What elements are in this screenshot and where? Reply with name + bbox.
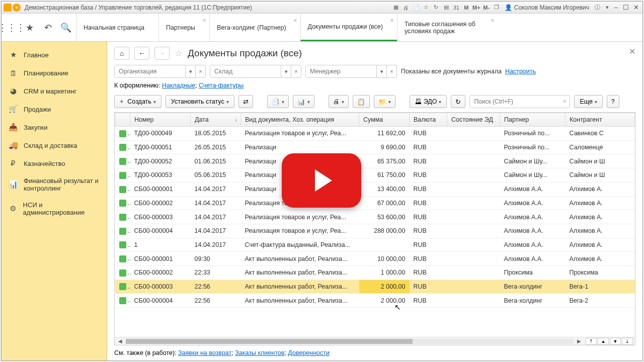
table-row[interactable]: СБ00-00000314.04.2017Реализация товаров … — [115, 210, 635, 224]
table-row[interactable]: 114.04.2017Счет-фактура выданный, Реализ… — [115, 238, 635, 252]
orders-link[interactable]: Заказы клиентов — [235, 349, 284, 356]
table-row[interactable]: СБ00-00000422:56Акт выполненных работ, Р… — [115, 294, 635, 308]
sidebar-item[interactable]: 🗓Планирование — [2, 64, 107, 82]
sidebar-item[interactable]: 🚚Склад и доставка — [2, 136, 107, 154]
back-button[interactable]: ← — [134, 47, 149, 60]
table-row[interactable]: СБ00-00000322:56Акт выполненных работ, Р… — [115, 280, 635, 294]
folder-button[interactable]: 📁▾ — [374, 95, 395, 108]
table-row[interactable]: СБ00-00000222:33Акт выполненных работ, Р… — [115, 266, 635, 280]
doc-icon[interactable]: 📄 — [412, 4, 420, 12]
edo-button[interactable]: 🗳 ЭДО▾ — [410, 95, 447, 108]
history-icon[interactable]: ↶ — [42, 22, 54, 34]
window-icon[interactable]: ❐ — [493, 4, 501, 12]
print-button[interactable]: 🖨▾ — [329, 95, 349, 108]
toolbar-icon[interactable]: ▦ — [392, 4, 400, 12]
manager-clear[interactable]: × — [386, 65, 396, 77]
more-button[interactable]: Еще▾ — [574, 95, 602, 108]
search-input[interactable] — [470, 96, 559, 108]
manager-dropdown[interactable]: ▾ — [376, 65, 386, 77]
scroll-right[interactable]: ▶ — [576, 338, 583, 344]
tab[interactable]: Партнеры× — [158, 14, 209, 41]
table-row[interactable]: ТД00-00005201.06.2015Реализаци65 375,00R… — [115, 154, 635, 168]
manager-filter[interactable] — [306, 65, 376, 77]
favorite-star-icon[interactable]: ☆ — [175, 48, 183, 59]
sidebar-item[interactable]: ◕CRM и маркетинг — [2, 82, 107, 100]
dropdown-icon[interactable]: ▾ — [603, 4, 611, 12]
sidebar-item[interactable]: ★Главное — [2, 46, 107, 64]
bills-link[interactable]: Счета-фактуры — [199, 82, 244, 89]
column-header[interactable]: Дата↓ — [191, 113, 241, 127]
tab[interactable]: Вега-холдинг (Партнер)× — [209, 14, 300, 41]
table-row[interactable]: СБ00-00000214.04.2017Реализация товаров … — [115, 196, 635, 210]
nav-bottom[interactable]: ⤓ — [622, 338, 633, 345]
column-header[interactable]: Валюта — [410, 113, 447, 127]
column-header[interactable]: Контрагент — [566, 113, 635, 127]
chart-button[interactable]: 📊▾ — [293, 95, 314, 108]
column-header[interactable]: Состояние ЭД — [447, 113, 500, 127]
column-header[interactable]: Вид документа, Хоз. операция — [241, 113, 359, 127]
set-status-button[interactable]: Установить статус▾ — [166, 95, 234, 108]
swap-button[interactable]: ⇄ — [238, 95, 253, 108]
warehouse-filter[interactable] — [210, 65, 281, 77]
star-icon[interactable]: ☆ — [422, 4, 430, 12]
create-button[interactable]: Создать▾ — [114, 95, 162, 108]
apps-icon[interactable]: ⋮⋮⋮ — [6, 22, 18, 34]
m-minus-button[interactable]: M- — [482, 4, 491, 12]
returns-link[interactable]: Заявки на возврат — [178, 349, 231, 356]
table-row[interactable]: СБ00-00000414.04.2017Реализация товаров … — [115, 224, 635, 238]
sidebar-item[interactable]: 📥Закупки — [2, 118, 107, 136]
column-header[interactable] — [115, 113, 130, 127]
table-row[interactable]: ТД00-00005126.05.2015Реализаци9 690,00RU… — [115, 140, 635, 154]
home-button[interactable]: ⌂ — [114, 47, 129, 60]
sidebar-item[interactable]: ₽Казначейство — [2, 154, 107, 172]
forward-button[interactable]: → — [154, 47, 170, 60]
tab-close-icon[interactable]: × — [491, 17, 495, 24]
scroll-left[interactable]: ◀ — [117, 338, 124, 344]
page-close-button[interactable]: ✕ — [629, 47, 635, 56]
calendar-icon[interactable]: 31 — [452, 4, 460, 12]
tab-close-icon[interactable]: × — [293, 17, 297, 24]
info-icon[interactable]: ⓘ — [593, 4, 601, 12]
help-button[interactable]: ? — [607, 95, 619, 108]
m-button[interactable]: M — [462, 4, 470, 12]
refresh-icon[interactable]: ↻ — [432, 4, 440, 12]
refresh-button[interactable]: ↻ — [451, 95, 465, 108]
tab-close-icon[interactable]: × — [390, 17, 394, 24]
table-row[interactable]: ТД00-00005305.06.2015Реализаци61 750,00R… — [115, 168, 635, 183]
table-row[interactable]: СБ00-00000114.04.2017Реализаци13 400,00R… — [115, 182, 635, 196]
warehouse-clear[interactable]: × — [291, 65, 301, 77]
org-dropdown[interactable]: ▾ — [185, 65, 195, 77]
search-clear[interactable]: × — [559, 96, 570, 108]
search-icon[interactable]: 🔍 — [60, 22, 72, 34]
close-button[interactable]: ✕ — [631, 4, 640, 12]
nav-top[interactable]: ⤒ — [586, 338, 597, 345]
tab[interactable]: Документы продажи (все)× — [300, 14, 397, 41]
tab[interactable]: Типовые соглашения об условиях продаж× — [397, 14, 498, 41]
sidebar-item[interactable]: ⚙НСИ и администрирование — [2, 197, 107, 221]
tab[interactable]: Начальная страница — [76, 14, 158, 41]
nav-down[interactable]: ▼ — [610, 338, 621, 345]
nav-up[interactable]: ▲ — [598, 338, 609, 345]
user-label[interactable]: 👤 Соколов Максим Игоревич — [505, 4, 589, 11]
minimize-button[interactable]: – — [611, 4, 620, 12]
invoices-link[interactable]: Накладные — [162, 82, 195, 89]
horizontal-scrollbar[interactable]: ◀ ▶ ⤒ ▲ ▼ ⤓ — [115, 337, 635, 345]
report-button[interactable]: 📑▾ — [267, 95, 289, 108]
org-clear[interactable]: × — [195, 65, 205, 77]
play-overlay-button[interactable] — [282, 153, 361, 208]
configure-link[interactable]: Настроить — [505, 68, 536, 75]
column-header[interactable]: Номер — [130, 113, 191, 127]
m-plus-button[interactable]: M+ — [472, 4, 480, 12]
table-row[interactable]: СБ00-00000109:30Акт выполненных работ, Р… — [115, 252, 635, 266]
powers-link[interactable]: Доверенности — [288, 349, 330, 356]
favorites-icon[interactable]: ★ — [24, 22, 36, 34]
org-filter[interactable] — [115, 65, 185, 77]
column-header[interactable]: Сумма — [359, 113, 410, 127]
sidebar-item[interactable]: 🛒Продажи — [2, 100, 107, 118]
table-row[interactable]: ТД00-00004918.05.2015Реализация товаров … — [115, 127, 635, 141]
warehouse-dropdown[interactable]: ▾ — [281, 65, 291, 77]
app-menu-icon[interactable]: ▾ — [13, 4, 21, 12]
list-button[interactable]: 📋 — [353, 95, 370, 108]
calc-icon[interactable]: ▤ — [442, 4, 450, 12]
tab-close-icon[interactable]: × — [203, 17, 207, 24]
